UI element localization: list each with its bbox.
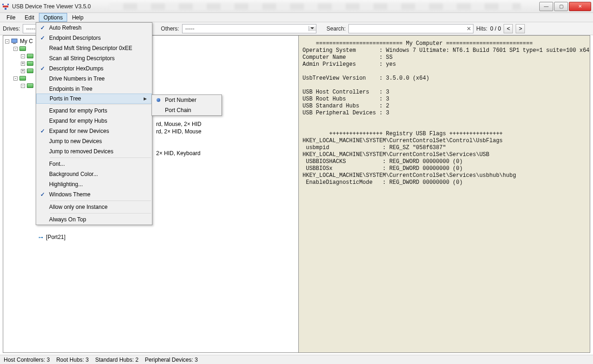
menu-item-label: Jump to new Devices <box>49 138 147 144</box>
submenu-arrow-icon: ▶ <box>144 96 147 101</box>
tree-node-label-fragment: 2× HID, Keyboard <box>156 150 201 157</box>
svg-rect-5 <box>13 43 16 44</box>
radio-selected-icon <box>152 98 165 102</box>
hub-icon <box>27 54 33 58</box>
menu-item-label: Drive Numbers in Tree <box>49 75 147 82</box>
menu-item-label: Endpoint Descriptors <box>49 35 147 41</box>
menu-help[interactable]: Help <box>67 13 88 22</box>
others-value: ----- <box>183 25 197 32</box>
menu-item[interactable]: ✓Endpoint Descriptors <box>36 33 152 43</box>
titlebar: USB Device Tree Viewer V3.5.0 — ▢ ✕ <box>0 0 593 13</box>
menu-item[interactable]: Read Msft String Descriptor 0xEE <box>36 43 152 53</box>
submenu-item[interactable]: Port Chain <box>152 105 221 115</box>
menu-item-label: Expand for empty Hubs <box>49 118 147 124</box>
menu-edit[interactable]: Edit <box>20 13 39 22</box>
close-button[interactable]: ✕ <box>569 2 591 11</box>
menu-item[interactable]: Expand for empty Hubs <box>36 116 152 126</box>
menu-item[interactable]: Ports in Tree▶ <box>36 94 152 104</box>
submenu-item[interactable]: Port Number <box>152 95 221 105</box>
menu-item-label: Scan all String Descriptors <box>49 55 147 62</box>
detail-pane[interactable]: ========================== My Computer =… <box>299 36 590 352</box>
menu-item[interactable]: ✓Expand for new Devices <box>36 126 152 136</box>
menu-item-label: Background Color... <box>49 171 147 177</box>
check-icon: ✓ <box>36 35 49 41</box>
menu-item-label: Windows Theme <box>49 191 147 198</box>
menu-item[interactable]: Font... <box>36 159 152 169</box>
next-hit-button[interactable]: > <box>516 24 525 33</box>
menu-item[interactable]: Drive Numbers in Tree <box>36 74 152 84</box>
status-root-hubs: Root Hubs: 3 <box>56 357 88 363</box>
menu-item-label: Highlighting... <box>49 181 147 188</box>
menu-file[interactable]: File <box>2 13 20 22</box>
menu-item-label: Jump to removed Devices <box>49 148 147 155</box>
chevron-down-icon[interactable] <box>309 26 316 31</box>
collapse-icon[interactable]: - <box>5 39 9 44</box>
collapse-icon[interactable]: - <box>21 84 25 88</box>
menu-item[interactable]: Jump to new Devices <box>36 136 152 146</box>
menubar: FileEditOptionsHelp <box>0 13 593 22</box>
menu-item[interactable]: Always On Top <box>36 214 152 225</box>
menu-item[interactable]: ✓Descriptor HexDumps <box>36 63 152 74</box>
prev-hit-button[interactable]: < <box>504 24 513 33</box>
tree-node-label-fragment: rd, Mouse, 2× HID <box>156 121 202 127</box>
svg-rect-3 <box>5 8 6 10</box>
menu-item[interactable]: Highlighting... <box>36 179 152 189</box>
menu-item-label: Expand for new Devices <box>49 128 147 134</box>
maximize-button[interactable]: ▢ <box>554 2 568 11</box>
menu-item[interactable]: Scan all String Descriptors <box>36 53 152 63</box>
check-icon: ✓ <box>36 25 49 31</box>
window-title: USB Device Tree Viewer V3.5.0 <box>12 3 91 10</box>
status-host-controllers: Host Controllers: 3 <box>4 357 50 363</box>
check-icon: ✓ <box>36 65 49 72</box>
computer-icon <box>11 38 19 44</box>
menu-item[interactable]: Background Color... <box>36 169 152 179</box>
usb-port-icon: ⊶ <box>38 235 43 240</box>
menu-item[interactable]: ✓Auto Refresh <box>36 23 152 33</box>
others-label: Others: <box>161 25 179 32</box>
hits-label: Hits: <box>476 25 487 32</box>
collapse-icon[interactable]: - <box>13 76 18 81</box>
search-input[interactable]: ✕ <box>348 24 473 33</box>
menu-item-label: Endpoints in Tree <box>49 86 147 92</box>
menu-separator <box>50 213 151 213</box>
check-icon: ✓ <box>36 191 49 198</box>
check-icon: ✓ <box>36 128 49 134</box>
menu-item-label: Read Msft String Descriptor 0xEE <box>49 45 147 51</box>
expand-icon[interactable]: + <box>21 62 25 66</box>
status-peripheral-devices: Peripheral Devices: 3 <box>145 357 198 363</box>
menu-separator <box>50 157 151 158</box>
menu-item[interactable]: Jump to removed Devices <box>36 146 152 157</box>
menu-options[interactable]: Options <box>39 13 67 22</box>
hub-icon <box>27 83 33 88</box>
minimize-button[interactable]: — <box>539 2 553 11</box>
svg-rect-4 <box>12 39 17 43</box>
ports-submenu: Port NumberPort Chain <box>151 94 222 116</box>
tree-node[interactable]: ⊶ [Port21] <box>38 234 65 240</box>
menu-item-label: Font... <box>49 161 147 167</box>
statusbar: Host Controllers: 3 Root Hubs: 3 Standar… <box>0 355 593 364</box>
options-menu: ✓Auto Refresh✓Endpoint DescriptorsRead M… <box>36 22 152 225</box>
hub-icon <box>27 69 33 73</box>
menu-item-label: Always On Top <box>49 216 147 223</box>
expand-icon[interactable]: + <box>21 69 25 73</box>
menu-item-label: Allow only one Instance <box>49 204 147 210</box>
menu-item[interactable]: Endpoints in Tree <box>36 84 152 94</box>
controller-icon <box>19 46 26 51</box>
menu-item[interactable]: Expand for empty Ports <box>36 106 152 116</box>
hits-value: 0 / 0 <box>490 25 501 32</box>
svg-rect-0 <box>3 6 8 7</box>
others-combo[interactable]: ----- <box>182 24 316 33</box>
menu-item[interactable]: ✓Windows Theme <box>36 189 152 200</box>
clear-search-icon[interactable]: ✕ <box>467 25 471 32</box>
svg-rect-1 <box>2 4 4 5</box>
menu-separator <box>50 104 151 105</box>
menu-item-label: Expand for empty Ports <box>49 107 147 114</box>
menu-item-label: Ports in Tree <box>50 95 144 102</box>
collapse-icon[interactable]: - <box>21 54 25 58</box>
menu-item[interactable]: Allow only one Instance <box>36 202 152 212</box>
titlebar-blur <box>109 3 521 10</box>
collapse-icon[interactable]: - <box>13 47 18 51</box>
svg-rect-2 <box>7 4 9 5</box>
drives-label: Drives: <box>3 25 20 32</box>
status-standard-hubs: Standard Hubs: 2 <box>95 357 138 363</box>
